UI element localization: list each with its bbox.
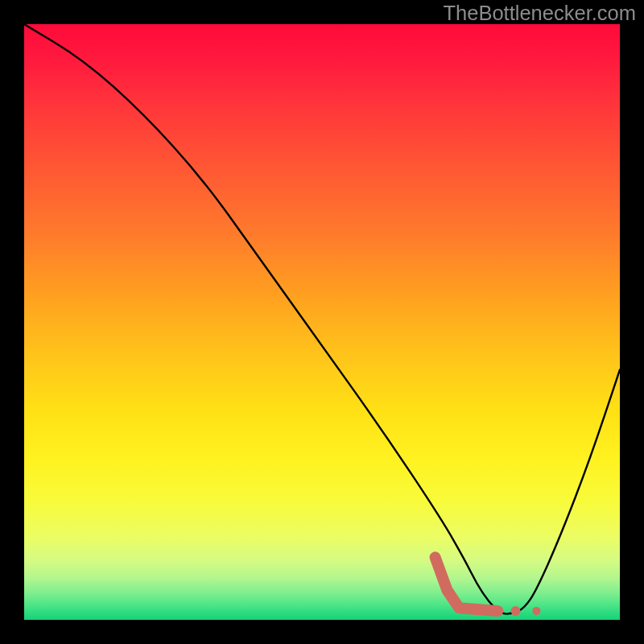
watermark-text: TheBottlenecker.com bbox=[443, 2, 636, 25]
red-dot-2 bbox=[532, 607, 540, 615]
chart-svg bbox=[24, 24, 620, 620]
red-dot-1 bbox=[511, 606, 521, 616]
chart-frame bbox=[24, 24, 620, 620]
chart-background bbox=[24, 24, 620, 620]
